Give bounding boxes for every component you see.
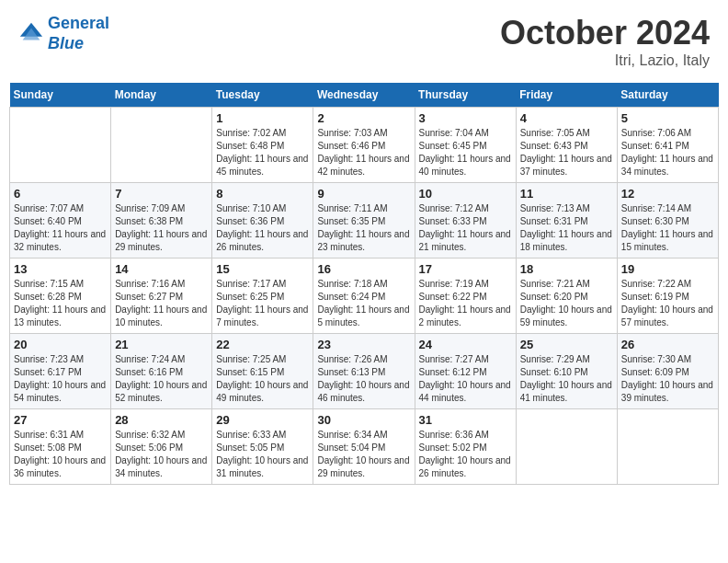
- calendar-cell: 2Sunrise: 7:03 AMSunset: 6:46 PMDaylight…: [313, 108, 415, 183]
- day-number: 31: [419, 413, 512, 427]
- day-number: 30: [317, 413, 410, 427]
- calendar-cell: 23Sunrise: 7:26 AMSunset: 6:13 PMDayligh…: [313, 334, 415, 409]
- calendar-cell: 18Sunrise: 7:21 AMSunset: 6:20 PMDayligh…: [516, 259, 617, 334]
- calendar-cell: 9Sunrise: 7:11 AMSunset: 6:35 PMDaylight…: [313, 183, 415, 259]
- day-number: 6: [14, 187, 107, 201]
- day-info: Sunrise: 7:30 AMSunset: 6:09 PMDaylight:…: [621, 353, 714, 405]
- calendar-week-row: 1Sunrise: 7:02 AMSunset: 6:48 PMDaylight…: [10, 108, 719, 183]
- day-number: 2: [317, 111, 410, 125]
- weekday-header-friday: Friday: [516, 83, 617, 108]
- calendar-cell: 8Sunrise: 7:10 AMSunset: 6:36 PMDaylight…: [212, 183, 313, 259]
- calendar-cell: [10, 108, 111, 183]
- calendar-cell: 31Sunrise: 6:36 AMSunset: 5:02 PMDayligh…: [415, 409, 516, 485]
- weekday-header-monday: Monday: [111, 83, 212, 108]
- day-number: 7: [115, 187, 208, 201]
- weekday-header-thursday: Thursday: [415, 83, 516, 108]
- calendar-cell: 28Sunrise: 6:32 AMSunset: 5:06 PMDayligh…: [111, 409, 212, 485]
- calendar-cell: 25Sunrise: 7:29 AMSunset: 6:10 PMDayligh…: [516, 334, 617, 409]
- calendar-cell: 7Sunrise: 7:09 AMSunset: 6:38 PMDaylight…: [111, 183, 212, 259]
- day-info: Sunrise: 7:14 AMSunset: 6:30 PMDaylight:…: [621, 202, 714, 254]
- calendar-cell: 12Sunrise: 7:14 AMSunset: 6:30 PMDayligh…: [617, 183, 718, 259]
- month-title: October 2024: [500, 14, 710, 52]
- day-info: Sunrise: 7:27 AMSunset: 6:12 PMDaylight:…: [419, 353, 512, 405]
- day-info: Sunrise: 7:15 AMSunset: 6:28 PMDaylight:…: [14, 278, 107, 329]
- day-info: Sunrise: 7:24 AMSunset: 6:16 PMDaylight:…: [115, 353, 208, 405]
- weekday-header-saturday: Saturday: [617, 83, 718, 108]
- calendar-cell: 6Sunrise: 7:07 AMSunset: 6:40 PMDaylight…: [10, 183, 111, 259]
- calendar-cell: 4Sunrise: 7:05 AMSunset: 6:43 PMDaylight…: [516, 108, 617, 183]
- day-number: 29: [216, 413, 309, 427]
- day-info: Sunrise: 7:05 AMSunset: 6:43 PMDaylight:…: [520, 127, 613, 178]
- day-info: Sunrise: 7:17 AMSunset: 6:25 PMDaylight:…: [216, 278, 309, 329]
- title-block: October 2024 Itri, Lazio, Italy: [500, 14, 710, 69]
- day-number: 24: [419, 338, 512, 351]
- calendar-cell: 26Sunrise: 7:30 AMSunset: 6:09 PMDayligh…: [617, 334, 718, 409]
- day-number: 11: [520, 187, 613, 201]
- day-info: Sunrise: 7:03 AMSunset: 6:46 PMDaylight:…: [317, 127, 410, 178]
- day-info: Sunrise: 7:11 AMSunset: 6:35 PMDaylight:…: [317, 202, 410, 254]
- day-number: 8: [216, 187, 309, 201]
- day-info: Sunrise: 7:07 AMSunset: 6:40 PMDaylight:…: [14, 202, 107, 254]
- day-number: 25: [520, 338, 613, 351]
- calendar-table: SundayMondayTuesdayWednesdayThursdayFrid…: [9, 83, 719, 485]
- location: Itri, Lazio, Italy: [500, 52, 710, 69]
- day-info: Sunrise: 6:33 AMSunset: 5:05 PMDaylight:…: [216, 429, 309, 480]
- calendar-cell: 11Sunrise: 7:13 AMSunset: 6:31 PMDayligh…: [516, 183, 617, 259]
- day-info: Sunrise: 7:21 AMSunset: 6:20 PMDaylight:…: [520, 278, 613, 329]
- weekday-header-wednesday: Wednesday: [313, 83, 415, 108]
- logo-general: General: [48, 14, 109, 32]
- day-number: 9: [317, 187, 410, 201]
- day-number: 26: [621, 338, 714, 351]
- day-number: 15: [216, 262, 309, 276]
- day-number: 23: [317, 338, 410, 351]
- calendar-cell: 10Sunrise: 7:12 AMSunset: 6:33 PMDayligh…: [415, 183, 516, 259]
- calendar-cell: [516, 409, 617, 485]
- calendar-cell: 20Sunrise: 7:23 AMSunset: 6:17 PMDayligh…: [10, 334, 111, 409]
- day-number: 14: [115, 262, 208, 276]
- day-number: 18: [520, 262, 613, 276]
- weekday-header-tuesday: Tuesday: [212, 83, 313, 108]
- calendar-week-row: 20Sunrise: 7:23 AMSunset: 6:17 PMDayligh…: [10, 334, 719, 409]
- calendar-cell: 5Sunrise: 7:06 AMSunset: 6:41 PMDaylight…: [617, 108, 718, 183]
- weekday-header-sunday: Sunday: [10, 83, 111, 108]
- day-number: 28: [115, 413, 208, 427]
- day-number: 22: [216, 338, 309, 351]
- calendar-cell: [111, 108, 212, 183]
- calendar-cell: 17Sunrise: 7:19 AMSunset: 6:22 PMDayligh…: [415, 259, 516, 334]
- calendar-cell: 27Sunrise: 6:31 AMSunset: 5:08 PMDayligh…: [10, 409, 111, 485]
- day-number: 12: [621, 187, 714, 201]
- calendar-cell: 15Sunrise: 7:17 AMSunset: 6:25 PMDayligh…: [212, 259, 313, 334]
- day-info: Sunrise: 7:16 AMSunset: 6:27 PMDaylight:…: [115, 278, 208, 329]
- day-info: Sunrise: 7:06 AMSunset: 6:41 PMDaylight:…: [621, 127, 714, 178]
- day-number: 19: [621, 262, 714, 276]
- day-number: 5: [621, 111, 714, 125]
- calendar-cell: 16Sunrise: 7:18 AMSunset: 6:24 PMDayligh…: [313, 259, 415, 334]
- calendar-cell: 1Sunrise: 7:02 AMSunset: 6:48 PMDaylight…: [212, 108, 313, 183]
- day-number: 20: [14, 338, 107, 351]
- calendar-cell: 24Sunrise: 7:27 AMSunset: 6:12 PMDayligh…: [415, 334, 516, 409]
- day-info: Sunrise: 7:22 AMSunset: 6:19 PMDaylight:…: [621, 278, 714, 329]
- logo-blue: Blue: [48, 34, 84, 52]
- day-info: Sunrise: 6:36 AMSunset: 5:02 PMDaylight:…: [419, 429, 512, 480]
- day-number: 10: [419, 187, 512, 201]
- calendar-cell: 19Sunrise: 7:22 AMSunset: 6:19 PMDayligh…: [617, 259, 718, 334]
- day-info: Sunrise: 7:18 AMSunset: 6:24 PMDaylight:…: [317, 278, 410, 329]
- day-info: Sunrise: 7:12 AMSunset: 6:33 PMDaylight:…: [419, 202, 512, 254]
- calendar-cell: 30Sunrise: 6:34 AMSunset: 5:04 PMDayligh…: [313, 409, 415, 485]
- page-header: General Blue October 2024 Itri, Lazio, I…: [9, 9, 719, 74]
- calendar-cell: 29Sunrise: 6:33 AMSunset: 5:05 PMDayligh…: [212, 409, 313, 485]
- calendar-cell: 3Sunrise: 7:04 AMSunset: 6:45 PMDaylight…: [415, 108, 516, 183]
- logo-icon: [18, 21, 44, 47]
- day-number: 1: [216, 111, 309, 125]
- day-info: Sunrise: 7:23 AMSunset: 6:17 PMDaylight:…: [14, 353, 107, 405]
- day-info: Sunrise: 7:13 AMSunset: 6:31 PMDaylight:…: [520, 202, 613, 254]
- calendar-week-row: 27Sunrise: 6:31 AMSunset: 5:08 PMDayligh…: [10, 409, 719, 485]
- day-info: Sunrise: 7:26 AMSunset: 6:13 PMDaylight:…: [317, 353, 410, 405]
- day-number: 13: [14, 262, 107, 276]
- calendar-cell: 14Sunrise: 7:16 AMSunset: 6:27 PMDayligh…: [111, 259, 212, 334]
- calendar-cell: 13Sunrise: 7:15 AMSunset: 6:28 PMDayligh…: [10, 259, 111, 334]
- day-info: Sunrise: 7:25 AMSunset: 6:15 PMDaylight:…: [216, 353, 309, 405]
- day-number: 3: [419, 111, 512, 125]
- weekday-header-row: SundayMondayTuesdayWednesdayThursdayFrid…: [10, 83, 719, 108]
- calendar-cell: 21Sunrise: 7:24 AMSunset: 6:16 PMDayligh…: [111, 334, 212, 409]
